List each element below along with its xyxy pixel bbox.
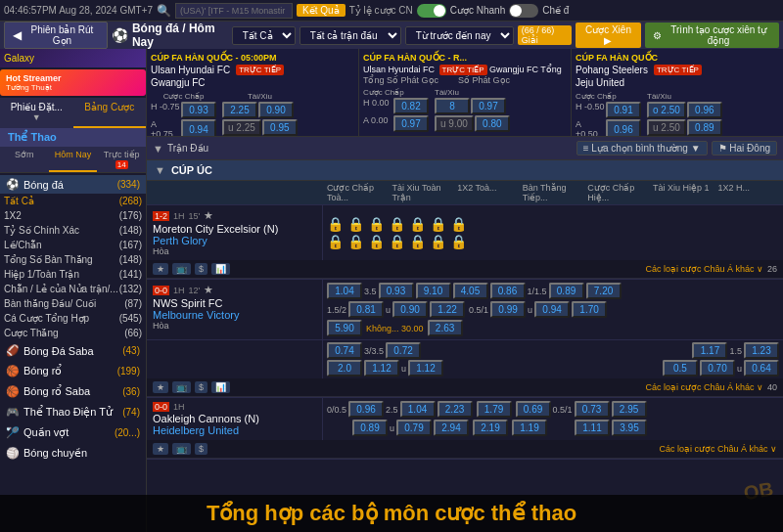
sub-hiep1[interactable]: Hiệp 1/Toàn Trận(141): [0, 267, 146, 282]
nws-r1c7[interactable]: 7.20: [586, 283, 622, 299]
notice-search[interactable]: [175, 3, 293, 19]
dollar-btn-nws[interactable]: $: [195, 381, 207, 393]
tv-btn-oakleigh[interactable]: 📺: [172, 443, 191, 455]
nws-r2c4[interactable]: 0.99: [490, 301, 526, 318]
nws-r1c4[interactable]: 4.05: [453, 283, 488, 299]
odds-toggle[interactable]: [417, 4, 446, 18]
more-link-oakleigh[interactable]: Các loại cược Châu Á khác ∨: [659, 444, 777, 454]
sub-le-chan[interactable]: Lề/Chẵn(167): [0, 238, 146, 252]
oak-r2c1[interactable]: 0.89: [352, 420, 388, 436]
session-button[interactable]: ◀ Phiên bản Rút Gọn: [4, 22, 108, 49]
sport-volleyball[interactable]: 🏐 Bóng chuyền: [0, 443, 146, 464]
fast-bet-toggle[interactable]: [509, 4, 538, 18]
sub-cuoc-thang[interactable]: Cược Thắng(66): [0, 326, 146, 340]
nws-ex-r1c3[interactable]: 1.17: [692, 342, 727, 359]
sport-saba-soccer[interactable]: 🏈 Bóng Đá Saba (43): [0, 340, 146, 361]
more-link-moreton[interactable]: Các loại cược Châu Á khác ∨: [645, 264, 763, 274]
nws-r2c6[interactable]: 1.70: [572, 301, 607, 318]
nws-r1c5[interactable]: 0.86: [490, 283, 526, 299]
odds-tx1-1[interactable]: 2.25: [222, 102, 257, 118]
sub-ban-thang[interactable]: Bàn thắng Đầu/ Cuối(87): [0, 296, 146, 311]
sub-chan-le[interactable]: Chẵn / Lẻ của Nửa trận/...(132): [0, 282, 146, 296]
nws-r2c5[interactable]: 0.94: [534, 301, 570, 318]
nws-ex-r1c2[interactable]: 0.72: [386, 342, 421, 359]
sport-saba-basketball[interactable]: 🏀 Bóng rổ Saba (36): [0, 381, 146, 402]
filter-all-select[interactable]: Tất Cả: [232, 26, 296, 45]
odds-a1-1[interactable]: 0.94: [181, 119, 216, 137]
tab-bangcuoc[interactable]: Bảng Cược: [73, 98, 147, 128]
oak-r2c2[interactable]: 0.79: [396, 420, 432, 436]
nws-ex-r2c2[interactable]: 1.12: [364, 360, 399, 377]
odds-tx1-2[interactable]: 8: [435, 98, 470, 114]
star-btn-oakleigh[interactable]: ★: [153, 443, 168, 455]
dollar-btn-oakleigh[interactable]: $: [195, 443, 207, 455]
odds-tx3-1[interactable]: u 2.25: [222, 119, 261, 136]
oak-r2c7[interactable]: 3.95: [612, 420, 647, 436]
tab-homnay[interactable]: Hôm Nay: [49, 147, 98, 172]
comp-cup-uc[interactable]: ▼ CÚP ÚC: [147, 160, 783, 181]
odds-h1-3[interactable]: 0.91: [606, 102, 641, 118]
hot-streamer-banner[interactable]: Hot Streamer Tường Thuật: [0, 69, 146, 96]
result-button[interactable]: Kết Quả: [297, 4, 345, 17]
nws-ex-r2c1[interactable]: 2.0: [327, 360, 362, 377]
oak-r2c5[interactable]: 1.19: [512, 420, 547, 436]
nws-r1c6[interactable]: 0.89: [549, 283, 584, 299]
galaxy-promo[interactable]: Galaxy: [0, 49, 146, 67]
oak-r2c6[interactable]: 1.11: [575, 420, 610, 436]
nws-r2c2[interactable]: 0.90: [392, 301, 428, 318]
tv-btn-nws[interactable]: 📺: [172, 381, 191, 393]
sport-esports[interactable]: 🎮 Thể Thao Điện Tử (74): [0, 402, 146, 422]
nws-ex-r1c1[interactable]: 0.74: [327, 342, 362, 359]
star-moreton[interactable]: ★: [204, 209, 213, 222]
dollar-btn-moreton[interactable]: $: [195, 263, 207, 275]
more-link-nws[interactable]: Các loại cược Châu Á khác ∨: [645, 382, 763, 392]
oak-r1c3[interactable]: 2.23: [438, 401, 473, 418]
sub-1x2[interactable]: 1X2(176): [0, 208, 146, 223]
oak-r1c1[interactable]: 0.96: [348, 401, 384, 418]
odds-tx3-2[interactable]: u 9.00: [435, 115, 474, 132]
odds-tx2-1[interactable]: 0.90: [258, 102, 294, 118]
tv-btn-moreton[interactable]: 📺: [172, 263, 191, 275]
star-btn-nws[interactable]: ★: [153, 381, 168, 393]
date-all-select[interactable]: Tất cả trận đầu: [299, 26, 401, 45]
haidong-btn[interactable]: ⚑ Hai Đông: [712, 141, 777, 155]
star-btn-moreton[interactable]: ★: [153, 263, 168, 275]
chart-btn-nws[interactable]: 📊: [211, 381, 230, 393]
sub-tong-so[interactable]: Tổng Số Bàn Thắng(148): [0, 252, 146, 267]
sort-btn[interactable]: ≡ Lựa chọn bình thường ▼: [576, 141, 708, 155]
oak-r2c4[interactable]: 2.19: [473, 420, 508, 436]
oak-r1c5[interactable]: 0.69: [516, 401, 551, 418]
sub-ca-cuoc[interactable]: Cá Cược Tổng Hợp(545): [0, 311, 146, 326]
nws-r1c1[interactable]: 1.04: [327, 283, 362, 299]
tab-som[interactable]: Sớm: [0, 147, 49, 172]
star-nws[interactable]: ★: [204, 284, 213, 296]
odds-tx1-3[interactable]: o 2.50: [647, 102, 686, 118]
odds-a1-3[interactable]: 0.96: [606, 119, 641, 137]
nws-r2c3[interactable]: 1.22: [430, 301, 465, 318]
nws-ex-r2c3[interactable]: 1.12: [408, 360, 443, 377]
auto-create-btn[interactable]: ⚙ Trình tạo cược xiên tự động: [645, 22, 779, 48]
nws-r1c2[interactable]: 0.93: [379, 283, 414, 299]
oak-r1c2[interactable]: 1.04: [400, 401, 436, 418]
odds-h1-2[interactable]: 0.82: [393, 98, 429, 114]
odds-tx3-3[interactable]: u 2.50: [647, 119, 686, 136]
odds-tx4-3[interactable]: 0.89: [687, 119, 722, 136]
nws-r1c3[interactable]: 9.10: [416, 283, 451, 299]
tab-phieuda[interactable]: Phiếu Đặt... ▼: [0, 98, 73, 128]
sub-tatca[interactable]: Tất Cả(268): [0, 194, 146, 208]
nws-r3c1[interactable]: 5.90: [327, 320, 362, 336]
sport-basketball[interactable]: 🏀 Bóng rổ (199): [0, 361, 146, 381]
odds-tx4-1[interactable]: 0.95: [262, 119, 298, 136]
nws-ex-r2c4[interactable]: 0.5: [663, 360, 698, 377]
oak-r1c7[interactable]: 2.95: [612, 401, 647, 418]
sub-tso-chinh-xac[interactable]: Tỷ Số Chính Xác(148): [0, 223, 146, 238]
nws-r2c1[interactable]: 0.81: [348, 301, 384, 318]
oak-r1c4[interactable]: 1.79: [477, 401, 512, 418]
nws-ex-r1c4[interactable]: 1.23: [744, 342, 779, 359]
oak-r2c3[interactable]: 2.94: [434, 420, 469, 436]
tab-tructiep[interactable]: Trực tiếp 14: [97, 147, 146, 172]
the-thao-header[interactable]: Thể Thao: [0, 128, 146, 147]
oak-r1c6[interactable]: 0.73: [575, 401, 610, 418]
sport-tennis[interactable]: 🏸 Quần vợt (20...): [0, 422, 146, 443]
odds-tx2-2[interactable]: 0.97: [471, 98, 506, 114]
